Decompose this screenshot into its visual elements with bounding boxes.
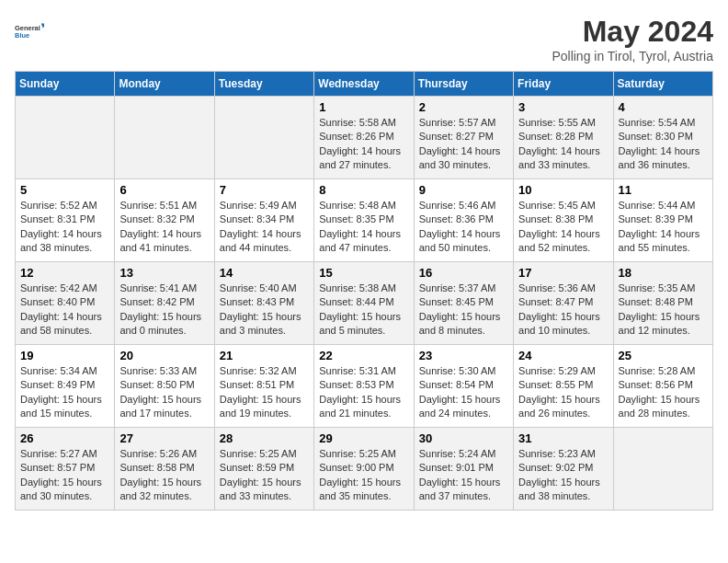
- day-number: 19: [20, 349, 109, 362]
- svg-text:Blue: Blue: [15, 31, 29, 40]
- title-area: May 2024 Polling in Tirol, Tyrol, Austri…: [552, 15, 713, 63]
- calendar-day-cell: 29Sunrise: 5:25 AM Sunset: 9:00 PM Dayli…: [314, 428, 414, 511]
- day-info: Sunrise: 5:32 AM Sunset: 8:51 PM Dayligh…: [220, 364, 309, 421]
- day-number: 31: [518, 431, 608, 445]
- day-info: Sunrise: 5:38 AM Sunset: 8:44 PM Dayligh…: [319, 282, 408, 339]
- calendar-day-cell: 18Sunrise: 5:35 AM Sunset: 8:48 PM Dayli…: [613, 262, 712, 345]
- calendar-day-cell: 3Sunrise: 5:55 AM Sunset: 8:28 PM Daylig…: [514, 97, 613, 179]
- calendar-day-cell: 11Sunrise: 5:44 AM Sunset: 8:39 PM Dayli…: [613, 179, 712, 262]
- calendar-week-row: 19Sunrise: 5:34 AM Sunset: 8:49 PM Dayli…: [16, 345, 713, 428]
- day-info: Sunrise: 5:25 AM Sunset: 8:59 PM Dayligh…: [220, 447, 309, 504]
- month-title: May 2024: [552, 15, 713, 49]
- day-number: 7: [220, 183, 309, 197]
- day-number: 2: [419, 100, 508, 114]
- calendar-day-cell: 16Sunrise: 5:37 AM Sunset: 8:45 PM Dayli…: [414, 262, 513, 345]
- day-number: 12: [20, 266, 109, 280]
- calendar-day-header: Tuesday: [214, 72, 313, 97]
- day-number: 9: [419, 183, 508, 197]
- calendar-day-cell: 21Sunrise: 5:32 AM Sunset: 8:51 PM Dayli…: [214, 345, 313, 428]
- day-info: Sunrise: 5:27 AM Sunset: 8:57 PM Dayligh…: [20, 447, 109, 504]
- day-number: 27: [119, 431, 209, 445]
- calendar-day-cell: 25Sunrise: 5:28 AM Sunset: 8:56 PM Dayli…: [613, 345, 712, 428]
- calendar-day-cell: 7Sunrise: 5:49 AM Sunset: 8:34 PM Daylig…: [214, 179, 313, 262]
- day-number: 22: [319, 349, 408, 362]
- day-info: Sunrise: 5:48 AM Sunset: 8:35 PM Dayligh…: [319, 199, 408, 256]
- calendar-day-cell: 9Sunrise: 5:46 AM Sunset: 8:36 PM Daylig…: [414, 179, 513, 262]
- day-info: Sunrise: 5:26 AM Sunset: 8:58 PM Dayligh…: [119, 447, 209, 504]
- calendar-day-cell: 20Sunrise: 5:33 AM Sunset: 8:50 PM Dayli…: [115, 345, 214, 428]
- day-number: 21: [220, 349, 309, 362]
- day-info: Sunrise: 5:42 AM Sunset: 8:40 PM Dayligh…: [20, 282, 109, 339]
- calendar-day-header: Wednesday: [314, 72, 414, 97]
- calendar-day-header: Monday: [115, 72, 214, 97]
- day-info: Sunrise: 5:29 AM Sunset: 8:55 PM Dayligh…: [518, 364, 608, 421]
- day-info: Sunrise: 5:24 AM Sunset: 9:01 PM Dayligh…: [419, 447, 508, 504]
- calendar-day-cell: 13Sunrise: 5:41 AM Sunset: 8:42 PM Dayli…: [115, 262, 214, 345]
- day-number: 8: [319, 183, 408, 197]
- calendar-table: SundayMondayTuesdayWednesdayThursdayFrid…: [15, 71, 713, 511]
- day-number: 14: [220, 266, 309, 280]
- logo: General Blue: [15, 15, 44, 48]
- calendar-week-row: 1Sunrise: 5:58 AM Sunset: 8:26 PM Daylig…: [16, 97, 713, 179]
- day-info: Sunrise: 5:49 AM Sunset: 8:34 PM Dayligh…: [220, 199, 309, 256]
- day-number: 1: [319, 100, 408, 114]
- calendar-day-cell: 22Sunrise: 5:31 AM Sunset: 8:53 PM Dayli…: [314, 345, 414, 428]
- day-info: Sunrise: 5:45 AM Sunset: 8:38 PM Dayligh…: [518, 199, 608, 256]
- day-info: Sunrise: 5:34 AM Sunset: 8:49 PM Dayligh…: [20, 364, 109, 421]
- day-info: Sunrise: 5:28 AM Sunset: 8:56 PM Dayligh…: [619, 364, 708, 421]
- day-info: Sunrise: 5:54 AM Sunset: 8:30 PM Dayligh…: [619, 116, 708, 173]
- day-number: 18: [619, 266, 708, 280]
- calendar-day-cell: 15Sunrise: 5:38 AM Sunset: 8:44 PM Dayli…: [314, 262, 414, 345]
- day-number: 5: [20, 183, 109, 197]
- calendar-day-cell: 2Sunrise: 5:57 AM Sunset: 8:27 PM Daylig…: [414, 97, 513, 179]
- calendar-day-cell: 12Sunrise: 5:42 AM Sunset: 8:40 PM Dayli…: [16, 262, 115, 345]
- calendar-day-cell: 26Sunrise: 5:27 AM Sunset: 8:57 PM Dayli…: [16, 428, 115, 511]
- day-info: Sunrise: 5:25 AM Sunset: 9:00 PM Dayligh…: [319, 447, 408, 504]
- day-number: 20: [119, 349, 209, 362]
- calendar-day-cell: 24Sunrise: 5:29 AM Sunset: 8:55 PM Dayli…: [514, 345, 613, 428]
- day-info: Sunrise: 5:51 AM Sunset: 8:32 PM Dayligh…: [119, 199, 209, 256]
- calendar-day-cell: 28Sunrise: 5:25 AM Sunset: 8:59 PM Dayli…: [214, 428, 313, 511]
- calendar-day-cell: 27Sunrise: 5:26 AM Sunset: 8:58 PM Dayli…: [115, 428, 214, 511]
- calendar-day-cell: 5Sunrise: 5:52 AM Sunset: 8:31 PM Daylig…: [16, 179, 115, 262]
- calendar-day-header: Friday: [514, 72, 613, 97]
- day-info: Sunrise: 5:33 AM Sunset: 8:50 PM Dayligh…: [119, 364, 209, 421]
- day-info: Sunrise: 5:23 AM Sunset: 9:02 PM Dayligh…: [518, 447, 608, 504]
- day-info: Sunrise: 5:57 AM Sunset: 8:27 PM Dayligh…: [419, 116, 508, 173]
- calendar-day-cell: [613, 428, 712, 511]
- calendar-week-row: 26Sunrise: 5:27 AM Sunset: 8:57 PM Dayli…: [16, 428, 713, 511]
- calendar-day-cell: 10Sunrise: 5:45 AM Sunset: 8:38 PM Dayli…: [514, 179, 613, 262]
- calendar-day-cell: [214, 97, 313, 179]
- day-number: 15: [319, 266, 408, 280]
- day-number: 26: [20, 431, 109, 445]
- calendar-header-row: SundayMondayTuesdayWednesdayThursdayFrid…: [16, 72, 713, 97]
- calendar-day-cell: [16, 97, 115, 179]
- day-info: Sunrise: 5:58 AM Sunset: 8:26 PM Dayligh…: [319, 116, 408, 173]
- day-number: 16: [419, 266, 508, 280]
- calendar-day-cell: 23Sunrise: 5:30 AM Sunset: 8:54 PM Dayli…: [414, 345, 513, 428]
- calendar-week-row: 12Sunrise: 5:42 AM Sunset: 8:40 PM Dayli…: [16, 262, 713, 345]
- day-info: Sunrise: 5:35 AM Sunset: 8:48 PM Dayligh…: [619, 282, 708, 339]
- day-number: 10: [518, 183, 608, 197]
- day-number: 11: [619, 183, 708, 197]
- calendar-day-cell: 6Sunrise: 5:51 AM Sunset: 8:32 PM Daylig…: [115, 179, 214, 262]
- day-number: 13: [119, 266, 209, 280]
- calendar-day-cell: 1Sunrise: 5:58 AM Sunset: 8:26 PM Daylig…: [314, 97, 414, 179]
- day-number: 4: [619, 100, 708, 114]
- calendar-day-cell: 31Sunrise: 5:23 AM Sunset: 9:02 PM Dayli…: [514, 428, 613, 511]
- calendar-day-cell: [115, 97, 214, 179]
- day-info: Sunrise: 5:31 AM Sunset: 8:53 PM Dayligh…: [319, 364, 408, 421]
- calendar-day-cell: 4Sunrise: 5:54 AM Sunset: 8:30 PM Daylig…: [613, 97, 712, 179]
- calendar-day-cell: 8Sunrise: 5:48 AM Sunset: 8:35 PM Daylig…: [314, 179, 414, 262]
- day-number: 6: [119, 183, 209, 197]
- calendar-day-cell: 14Sunrise: 5:40 AM Sunset: 8:43 PM Dayli…: [214, 262, 313, 345]
- svg-marker-2: [41, 23, 44, 28]
- day-number: 25: [619, 349, 708, 362]
- day-number: 29: [319, 431, 408, 445]
- svg-text:General: General: [15, 24, 40, 32]
- location-subtitle: Polling in Tirol, Tyrol, Austria: [552, 49, 713, 63]
- day-info: Sunrise: 5:55 AM Sunset: 8:28 PM Dayligh…: [518, 116, 608, 173]
- calendar-day-header: Saturday: [613, 72, 712, 97]
- calendar-day-header: Sunday: [16, 72, 115, 97]
- calendar-day-cell: 19Sunrise: 5:34 AM Sunset: 8:49 PM Dayli…: [16, 345, 115, 428]
